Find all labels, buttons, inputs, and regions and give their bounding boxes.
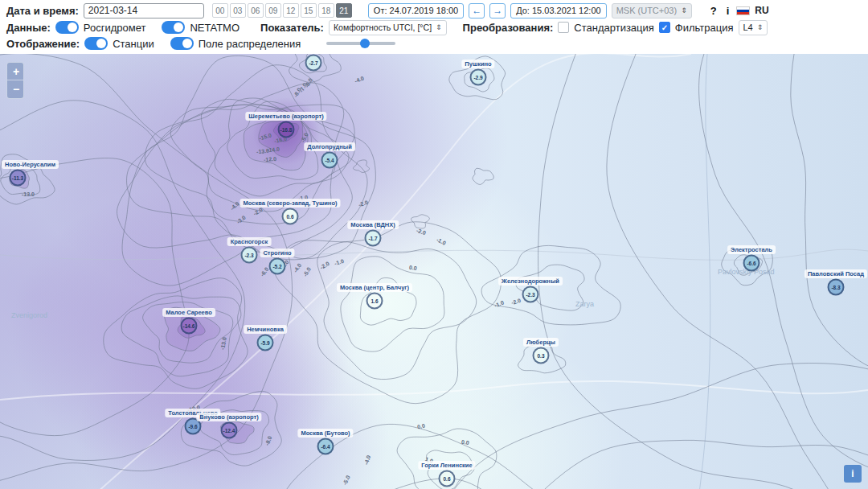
select-arrows-icon: ⇕ <box>436 23 442 31</box>
select-arrows-icon: ⇕ <box>681 6 687 14</box>
station-value[interactable]: -2.7 <box>305 55 322 72</box>
contour-value-label: -13.0 <box>22 191 35 197</box>
indicator-select[interactable]: Комфортность UTCI, [°C] ⇕ <box>329 20 447 35</box>
station-value[interactable]: -6.6 <box>743 255 760 272</box>
station-value[interactable]: -14.6 <box>181 318 198 335</box>
help-button[interactable]: ? <box>708 5 719 17</box>
station-label: Москва (центр, Балчуг) <box>337 283 412 292</box>
station-label: Строгино <box>260 249 294 257</box>
next-step-button[interactable]: → <box>489 3 506 18</box>
station-value[interactable]: -1.7 <box>365 230 382 247</box>
station-value[interactable]: 0.6 <box>439 471 456 487</box>
toolbar: Дата и время: 0003060912151821 От: 24.07… <box>0 0 868 54</box>
transform-label: Преобразования: <box>463 22 554 34</box>
basemap-place-label: Zvenigorod <box>11 311 47 319</box>
date-input[interactable] <box>84 3 204 18</box>
checkbox-standardization[interactable] <box>558 22 569 33</box>
station-value[interactable]: -5.2 <box>269 258 286 275</box>
checkbox-filtering[interactable]: ✓ <box>659 22 670 33</box>
station-label: Электросталь <box>727 245 776 254</box>
checkbox-filtering-label: Фильтрация <box>675 22 734 34</box>
hour-button-group: 0003060912151821 <box>212 3 352 18</box>
timezone-select[interactable]: MSK (UTC+03) ⇕ <box>612 3 692 18</box>
info-button[interactable]: i <box>724 5 732 17</box>
station-label: Немчиновка <box>244 325 287 334</box>
from-datetime-button[interactable]: От: 24.07.2019 18:00 <box>368 3 464 18</box>
basemap-place-label: Zarya <box>575 300 594 308</box>
station-label: Ново-Иерусалим <box>2 160 59 169</box>
station-label: Шереметьево (аэропорт) <box>245 112 326 121</box>
station-value[interactable]: -2.9 <box>470 69 487 86</box>
station-value[interactable]: -8.3 <box>828 279 845 296</box>
station-value[interactable]: 1.6 <box>366 293 383 310</box>
select-arrows-icon: ⇕ <box>757 23 764 31</box>
hour-button-15[interactable]: 15 <box>301 3 317 18</box>
to-datetime-button[interactable]: До: 15.03.2021 12:00 <box>510 3 606 18</box>
station-value[interactable]: -6.4 <box>317 438 334 455</box>
timezone-value: MSK (UTC+03) <box>616 6 678 15</box>
toggle-field-label: Поле распределения <box>199 38 301 50</box>
station-label: Москва (ВДНХ) <box>347 220 399 229</box>
station-value[interactable]: 0.3 <box>533 347 550 364</box>
station-value[interactable]: -2.3 <box>241 247 258 264</box>
toggle-netatmo-label: NETATMO <box>190 22 240 34</box>
russian-flag-icon <box>736 6 750 15</box>
toggle-rosgidromet-label: Росгидромет <box>84 22 146 34</box>
station-label: Горки Ленинские <box>418 461 475 470</box>
station-label: Люберцы <box>523 338 559 347</box>
contour-value-label: 0.0 <box>409 265 418 271</box>
zoom-out-button[interactable]: − <box>7 80 24 98</box>
checkbox-standardization-label: Стандартизация <box>574 22 654 34</box>
slider-handle[interactable] <box>360 39 370 48</box>
station-label: Железнодорожный <box>498 277 563 286</box>
contour-value-label: 0.0 <box>461 439 470 446</box>
station-label: Пушкино <box>461 60 494 68</box>
station-value[interactable]: -2.3 <box>522 286 539 303</box>
weather-map-app: Дата и время: 0003060912151821 От: 24.07… <box>0 0 868 489</box>
toggle-knob <box>68 23 77 32</box>
hour-button-00[interactable]: 00 <box>212 3 228 18</box>
station-value[interactable]: -16.8 <box>278 121 295 138</box>
station-label: Долгопрудный <box>304 142 355 151</box>
station-value[interactable]: -12.4 <box>221 422 238 439</box>
toggle-field[interactable] <box>170 37 194 50</box>
toggle-rosgidromet[interactable] <box>55 21 79 34</box>
station-label: Малое Сареево <box>162 308 215 317</box>
prev-step-button[interactable]: ← <box>469 3 485 18</box>
station-value[interactable]: -11.3 <box>10 170 27 187</box>
station-value[interactable]: -5.4 <box>321 152 338 169</box>
station-label: Павловский Посад <box>805 269 867 278</box>
data-label: Данные: <box>6 22 51 34</box>
toggle-netatmo[interactable] <box>162 21 185 34</box>
toggle-stations[interactable] <box>84 37 108 50</box>
contour-value-label: -12.0 <box>264 156 276 162</box>
hour-button-09[interactable]: 09 <box>265 3 281 18</box>
station-label: Красногорск <box>227 237 272 246</box>
opacity-slider[interactable] <box>326 38 395 49</box>
toggle-knob <box>96 39 106 48</box>
zoom-in-button[interactable]: + <box>7 63 24 80</box>
datetime-label: Дата и время: <box>6 5 79 17</box>
toolbar-row-datetime: Дата и время: 0003060912151821 От: 24.07… <box>0 2 868 19</box>
station-label: Внуково (аэропорт) <box>196 413 261 421</box>
hour-button-06[interactable]: 06 <box>248 3 264 18</box>
filter-level-select[interactable]: L4 ⇕ <box>739 20 768 35</box>
station-value[interactable]: -5.9 <box>257 335 274 351</box>
arrow-left-icon: ← <box>472 5 481 16</box>
station-value[interactable]: 0.6 <box>282 208 299 225</box>
station-label: Москва (северо-запад, Тушино) <box>240 199 341 208</box>
toolbar-row-data: Данные: Росгидромет NETATMO Показатель: … <box>0 19 868 35</box>
station-label: Москва (Бутово) <box>297 429 353 438</box>
hour-button-21[interactable]: 21 <box>336 3 352 18</box>
attribution-info-button[interactable]: i <box>844 465 862 483</box>
toggle-stations-label: Станции <box>113 38 154 50</box>
hour-button-03[interactable]: 03 <box>230 3 246 18</box>
language-label[interactable]: RU <box>755 5 768 16</box>
hour-button-12[interactable]: 12 <box>283 3 299 18</box>
arrow-right-icon: → <box>493 5 502 16</box>
filter-level-value: L4 <box>743 23 753 32</box>
toggle-knob <box>182 39 192 48</box>
map-zoom-control: + − <box>6 62 24 99</box>
contour-map[interactable]: ZvenigorodPavlovskiy PosadZarya -16.0-15… <box>0 54 868 489</box>
hour-button-18[interactable]: 18 <box>318 3 334 18</box>
